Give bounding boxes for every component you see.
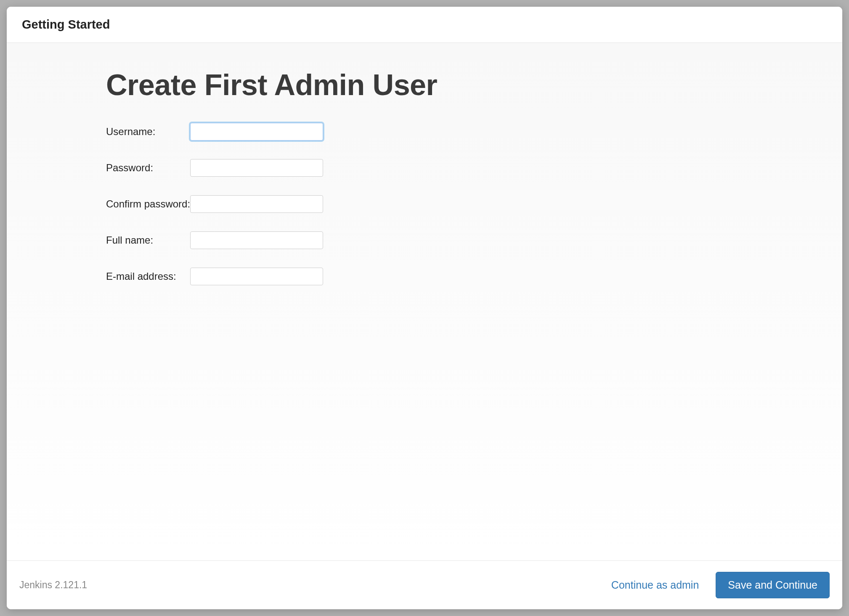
password-label: Password: bbox=[106, 159, 190, 195]
modal-content: Create First Admin User Username: Passwo… bbox=[7, 43, 842, 560]
password-input[interactable] bbox=[190, 159, 323, 177]
fullname-input[interactable] bbox=[190, 231, 323, 249]
modal-header: Getting Started bbox=[7, 7, 842, 43]
content-inner: Create First Admin User Username: Passwo… bbox=[106, 68, 645, 304]
save-and-continue-button[interactable]: Save and Continue bbox=[716, 572, 830, 598]
confirm-password-label: Confirm password: bbox=[106, 195, 190, 231]
header-title: Getting Started bbox=[22, 18, 827, 32]
username-label: Username: bbox=[106, 123, 190, 159]
email-label: E-mail address: bbox=[106, 268, 190, 304]
page-title: Create First Admin User bbox=[106, 68, 645, 102]
username-input[interactable] bbox=[190, 123, 323, 141]
footer-actions: Continue as admin Save and Continue bbox=[607, 572, 830, 598]
confirm-password-input[interactable] bbox=[190, 195, 323, 213]
modal-footer: Jenkins 2.121.1 Continue as admin Save a… bbox=[7, 560, 842, 609]
fullname-label: Full name: bbox=[106, 231, 190, 268]
setup-modal: Getting Started Create First Admin User … bbox=[7, 7, 842, 609]
continue-as-admin-button[interactable]: Continue as admin bbox=[607, 576, 703, 595]
version-label: Jenkins 2.121.1 bbox=[19, 579, 87, 591]
email-input[interactable] bbox=[190, 268, 323, 285]
admin-user-form: Username: Password: Confirm password: bbox=[106, 123, 323, 304]
